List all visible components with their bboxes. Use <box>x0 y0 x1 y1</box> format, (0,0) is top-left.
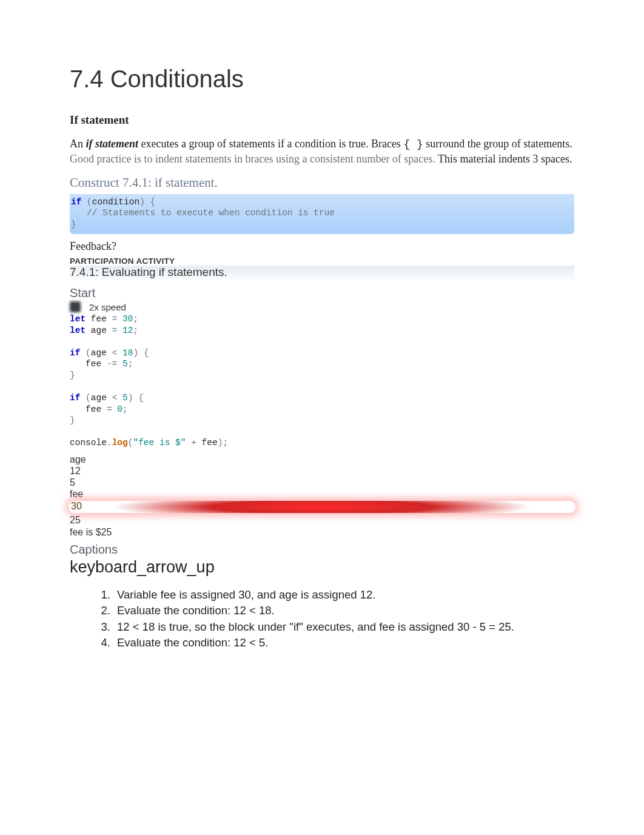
caption-item: Variable fee is assigned 30, and age is … <box>113 588 574 602</box>
number: 5 <box>117 359 127 369</box>
participation-activity-label: PARTICIPATION ACTIVITY <box>70 257 574 266</box>
punct: ( <box>80 348 90 358</box>
identifier: condition <box>92 197 139 207</box>
comment: // Statements to execute when condition … <box>71 208 335 218</box>
punct: ) <box>139 197 145 207</box>
punct: ; <box>133 326 138 335</box>
caption-item: 12 < 18 is true, so the block under "if"… <box>113 620 574 634</box>
intro-paragraph: An if statement executes a group of stat… <box>70 136 574 167</box>
keyword-let: let <box>70 314 86 324</box>
intro-text: An <box>70 138 86 150</box>
page-title: 7.4 Conditionals <box>70 65 574 93</box>
punct: + <box>186 438 201 448</box>
punct: ) <box>133 348 138 358</box>
captions-heading: Captions <box>70 543 574 557</box>
keyword-if: if <box>70 393 80 403</box>
punct: ; <box>133 314 138 324</box>
speed-toggle[interactable]: 2x speed <box>84 302 126 312</box>
punct: } <box>70 371 75 380</box>
memory-table: 25 fee is $25 <box>70 514 574 537</box>
keyword-if: if <box>70 348 80 358</box>
number: 0 <box>112 404 122 414</box>
punct: ; <box>128 359 133 369</box>
console-output: fee is $25 <box>70 526 574 538</box>
feedback-link[interactable]: Feedback? <box>70 240 574 253</box>
punct: { <box>138 348 149 358</box>
mem-age-value: 12 <box>70 465 574 477</box>
number: 12 <box>117 326 133 335</box>
punct: . <box>107 438 112 448</box>
punct: } <box>70 415 75 425</box>
braces-literal: { } <box>403 138 423 150</box>
identifier: fee <box>86 314 112 324</box>
start-button[interactable]: Start <box>70 286 574 300</box>
intro-text: executes a group of statements if a cond… <box>138 138 403 150</box>
mem-fee-value: 30 <box>71 501 82 512</box>
number: 18 <box>117 348 133 358</box>
punct: } <box>71 220 76 229</box>
identifier: age <box>86 326 112 335</box>
mem-age-label: age <box>70 454 574 465</box>
good-practice-text: Good practice is to indent statements in… <box>70 153 435 165</box>
punct: = <box>107 404 112 414</box>
identifier: fee <box>70 404 107 414</box>
participation-activity-title: 7.4.1: Evaluating if statements. <box>70 266 574 281</box>
punct: { <box>133 393 143 403</box>
punct: -= <box>107 359 117 369</box>
mem-fee-value: 25 <box>70 514 574 526</box>
caption-item: Evaluate the condition: 12 < 18. <box>113 603 574 618</box>
string: "fee is $" <box>133 438 186 448</box>
identifier: fee <box>202 438 218 448</box>
term-if-statement: if statement <box>86 138 139 150</box>
keyboard-arrow-up-icon[interactable]: keyboard_arrow_up <box>70 558 574 577</box>
identifier: fee <box>70 359 107 369</box>
play-icon[interactable] <box>70 301 81 312</box>
number: 5 <box>117 393 127 403</box>
example-code-block: let fee = 30; let age = 12; if (age < 18… <box>70 314 574 449</box>
caption-item: Evaluate the condition: 12 < 5. <box>113 635 574 650</box>
construct-title: Construct 7.4.1: if statement. <box>70 175 574 190</box>
punct: ( <box>81 197 92 207</box>
punct: ; <box>223 438 228 448</box>
keyword-let: let <box>70 326 86 335</box>
punct: ; <box>122 404 128 414</box>
memory-table: age 12 5 fee <box>70 454 574 500</box>
section-subheading: If statement <box>70 113 574 127</box>
number: 30 <box>117 314 133 324</box>
keyword-if: if <box>71 197 81 207</box>
intro-text: surround the group of statements. <box>423 138 572 150</box>
highlight-band: 30 <box>69 501 575 513</box>
construct-code-block: if (condition) { // Statements to execut… <box>70 194 574 235</box>
captions-list: Variable fee is assigned 30, and age is … <box>70 588 574 651</box>
punct: { <box>145 197 155 207</box>
intro-text: This material indents 3 spaces. <box>435 153 572 165</box>
identifier: age <box>91 348 112 358</box>
function-log: log <box>112 438 128 448</box>
identifier: console <box>70 438 107 448</box>
punct: ( <box>80 393 90 403</box>
identifier: age <box>91 393 112 403</box>
mem-fee-label: fee <box>70 488 574 500</box>
mem-age-value: 5 <box>70 477 574 488</box>
